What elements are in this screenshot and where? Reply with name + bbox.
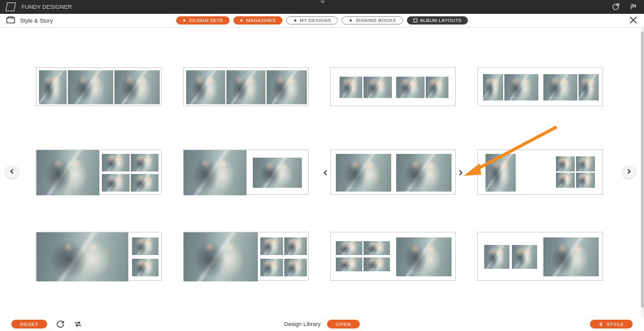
layout-tile[interactable] — [330, 149, 456, 195]
collapse-caret-icon[interactable] — [320, 1, 325, 4]
button-label: STYLE — [606, 322, 624, 327]
sub-header: Style & Story DESIGN SETS MAGAZINES MY D… — [0, 14, 644, 28]
button-label: OPEN — [336, 322, 352, 327]
filter-label: DESIGN SETS — [189, 18, 223, 23]
filter-bar: DESIGN SETS MAGAZINES MY DESIGNS SIGNING… — [0, 16, 644, 24]
app-logo-icon — [6, 3, 16, 11]
svg-rect-3 — [414, 19, 417, 22]
filter-label: SIGNING BOOKS — [355, 18, 396, 23]
prev-page-button[interactable] — [5, 165, 19, 178]
filter-my-designs[interactable]: MY DESIGNS — [286, 16, 338, 24]
filter-album-layouts[interactable]: ALBUM LAYOUTS — [407, 16, 468, 24]
layout-prev-icon[interactable] — [323, 169, 329, 176]
filter-label: ALBUM LAYOUTS — [420, 18, 462, 23]
next-page-button[interactable] — [622, 165, 636, 178]
filter-signing-books[interactable]: SIGNING BOOKS — [341, 16, 402, 24]
layout-tile[interactable] — [183, 232, 309, 281]
footer-bar: RESET Design Library OPEN STYLE — [0, 317, 644, 331]
app-title: FUNDY DESIGNER — [21, 4, 72, 10]
svg-point-0 — [613, 4, 619, 10]
layout-tile[interactable] — [36, 149, 162, 195]
filter-magazines[interactable]: MAGAZINES — [233, 16, 282, 24]
layout-tile[interactable] — [330, 67, 456, 106]
layout-canvas — [0, 28, 644, 317]
layout-tile[interactable] — [477, 67, 603, 106]
open-button[interactable]: OPEN — [327, 320, 360, 328]
layout-tile[interactable] — [330, 232, 456, 281]
close-button[interactable] — [629, 16, 638, 24]
filter-design-sets[interactable]: DESIGN SETS — [176, 16, 230, 24]
external-link-icon[interactable] — [629, 3, 638, 11]
vertical-scrollbar[interactable] — [641, 28, 644, 317]
style-button[interactable]: STYLE — [590, 320, 633, 328]
layout-tile[interactable] — [183, 67, 309, 106]
layout-tile[interactable] — [477, 149, 603, 195]
notifications-icon[interactable] — [611, 3, 620, 11]
library-label: Design Library — [284, 321, 321, 327]
filter-label: MY DESIGNS — [300, 18, 331, 23]
layout-tile[interactable] — [477, 232, 603, 281]
filter-label: MAGAZINES — [247, 18, 276, 23]
layout-tile[interactable] — [36, 232, 162, 281]
layout-next-icon[interactable] — [457, 169, 464, 176]
layout-tile[interactable] — [183, 149, 309, 195]
layout-tile[interactable] — [36, 67, 162, 106]
